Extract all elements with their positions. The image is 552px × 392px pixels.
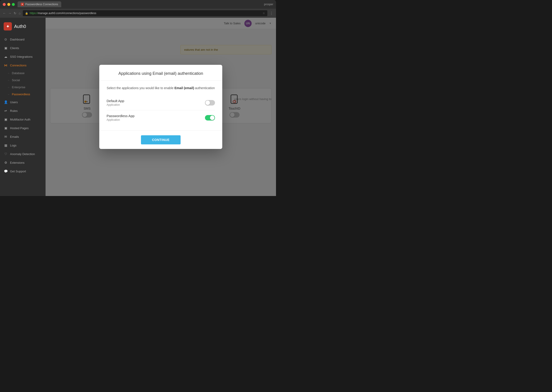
modal-dialog: Applications using Email (email) authent…	[99, 65, 222, 149]
sidebar-item-extensions[interactable]: ⚙ Extensions	[0, 158, 45, 167]
close-button[interactable]	[3, 3, 6, 6]
sidebar-item-enterprise[interactable]: → Enterprise	[7, 84, 45, 91]
sidebar-item-users[interactable]: 👤 Users	[0, 98, 45, 106]
sidebar-item-logs[interactable]: ▦ Logs	[0, 141, 45, 150]
modal-title: Applications using Email (email) authent…	[107, 71, 215, 76]
clients-icon: ▣	[4, 46, 8, 50]
support-icon: 💬	[4, 169, 8, 173]
modal-header: Applications using Email (email) authent…	[99, 65, 222, 81]
dashboard-icon: ⊙	[4, 37, 8, 41]
sidebar-item-hosted-pages[interactable]: ▣ Hosted Pages	[0, 124, 45, 132]
arrow-icon: →	[7, 72, 10, 74]
sidebar-item-label: Clients	[10, 46, 19, 50]
sidebar-item-label: Database	[12, 71, 25, 75]
sidebar-item-label: Multifactor Auth	[10, 118, 30, 121]
continue-button[interactable]: CONTINUE	[141, 135, 180, 144]
sidebar-item-label: Logs	[10, 144, 16, 147]
sidebar-item-label: Passwordless	[12, 92, 30, 96]
sidebar-item-clients[interactable]: ▣ Clients	[0, 44, 45, 52]
tab-title: Passwordless Connections	[25, 3, 58, 6]
sidebar-item-label: Anomaly Detection	[10, 152, 35, 156]
app-name-passwordless: Passwordless App	[107, 114, 135, 118]
sidebar-item-label: Get Support	[10, 170, 26, 173]
arrow-icon: →	[7, 93, 10, 96]
connections-icon: ⋈	[4, 63, 8, 67]
arrow-icon: →	[7, 86, 10, 88]
sidebar-item-connections[interactable]: ⋈ Connections	[0, 61, 45, 70]
bookmark-icon[interactable]: ☆	[262, 12, 265, 15]
sidebar-item-label: Social	[12, 78, 20, 82]
sidebar-item-social[interactable]: → Social	[7, 77, 45, 84]
address-bar[interactable]: 🔒 https://manage.auth0.com/#/connections…	[23, 10, 267, 16]
app-type-passwordless: Application	[107, 118, 135, 121]
sidebar-item-support[interactable]: 💬 Get Support	[0, 167, 45, 175]
app-row-default: Default App Application	[107, 95, 215, 110]
home-button[interactable]: ⌂	[19, 11, 21, 15]
sidebar-item-label: Hosted Pages	[10, 126, 29, 130]
url-text: https://manage.auth0.com/#/connections/p…	[29, 12, 96, 15]
sidebar-item-label: Enterprise	[12, 85, 25, 89]
logo-text: Auth0	[14, 24, 26, 29]
sidebar-item-label: Dashboard	[10, 38, 25, 41]
modal-subtitle: Select the applications you would like t…	[107, 86, 215, 90]
sidebar-item-label: Connections	[10, 64, 26, 67]
sidebar-logo: ✦ Auth0	[0, 18, 45, 35]
app-container: ✦ Auth0 ⊙ Dashboard ▣ Clients ☁ SSO Inte…	[0, 18, 276, 196]
minimize-button[interactable]	[7, 3, 10, 6]
app-info-default: Default App Application	[107, 99, 124, 106]
tab-favicon: ✦	[21, 3, 24, 6]
sidebar-item-rules[interactable]: ⇌ Rules	[0, 106, 45, 115]
maximize-button[interactable]	[12, 3, 15, 6]
main-content: Talk to Sales UN unicode ▼ eatures that …	[45, 18, 276, 196]
anomaly-icon: ♡	[4, 152, 8, 156]
sidebar-item-emails[interactable]: ✉ Emails	[0, 132, 45, 141]
app-type-default: Application	[107, 103, 124, 106]
reload-button[interactable]: ↻	[14, 11, 16, 15]
app-row-passwordless: Passwordless App Application	[107, 110, 215, 125]
browser-addressbar: ← → ↻ ⌂ 🔒 https://manage.auth0.com/#/con…	[0, 9, 276, 18]
sidebar-item-multifactor[interactable]: ▣ Multifactor Auth	[0, 115, 45, 124]
logo-star: ✦	[6, 24, 10, 29]
lock-icon: 🔒	[25, 12, 28, 15]
browser-titlebar: ✦ Passwordless Connections prosper	[0, 0, 276, 9]
sidebar-item-sso[interactable]: ☁ SSO Integrations	[0, 52, 45, 61]
multifactor-icon: ▣	[4, 118, 8, 121]
forward-button[interactable]: →	[8, 11, 11, 15]
sidebar: ✦ Auth0 ⊙ Dashboard ▣ Clients ☁ SSO Inte…	[0, 18, 45, 196]
sidebar-item-label: Rules	[10, 109, 18, 112]
sidebar-item-dashboard[interactable]: ⊙ Dashboard	[0, 35, 45, 44]
rules-icon: ⇌	[4, 109, 8, 112]
connections-subnav: → Database → Social → Enterprise → Passw…	[0, 70, 45, 98]
users-icon: 👤	[4, 100, 8, 104]
logs-icon: ▦	[4, 143, 8, 147]
modal-overlay: Applications using Email (email) authent…	[45, 18, 276, 196]
browser-user: prosper	[264, 3, 273, 6]
emails-icon: ✉	[4, 135, 8, 139]
hosted-pages-icon: ▣	[4, 126, 8, 130]
modal-footer: CONTINUE	[99, 131, 222, 149]
sidebar-item-database[interactable]: → Database	[7, 70, 45, 77]
default-app-toggle[interactable]	[205, 100, 215, 105]
browser-tab[interactable]: ✦ Passwordless Connections	[18, 1, 61, 7]
sidebar-item-label: Extensions	[10, 161, 25, 164]
sidebar-item-anomaly[interactable]: ♡ Anomaly Detection	[0, 150, 45, 158]
sidebar-item-label: SSO Integrations	[10, 55, 33, 58]
passwordless-app-toggle[interactable]	[205, 115, 215, 120]
sidebar-item-label: Emails	[10, 135, 19, 139]
extensions-icon: ⚙	[4, 161, 8, 164]
arrow-icon: →	[7, 79, 10, 81]
sso-icon: ☁	[4, 55, 8, 58]
sidebar-item-label: Users	[10, 100, 18, 104]
app-info-passwordless: Passwordless App Application	[107, 114, 135, 121]
app-name-default: Default App	[107, 99, 124, 103]
back-button[interactable]: ←	[3, 11, 6, 15]
traffic-lights	[3, 3, 15, 6]
logo-icon: ✦	[4, 22, 12, 30]
sidebar-item-passwordless[interactable]: → Passwordless	[7, 91, 45, 98]
modal-body: Select the applications you would like t…	[99, 81, 222, 131]
browser-menu-icon[interactable]: ⋮	[270, 11, 273, 15]
